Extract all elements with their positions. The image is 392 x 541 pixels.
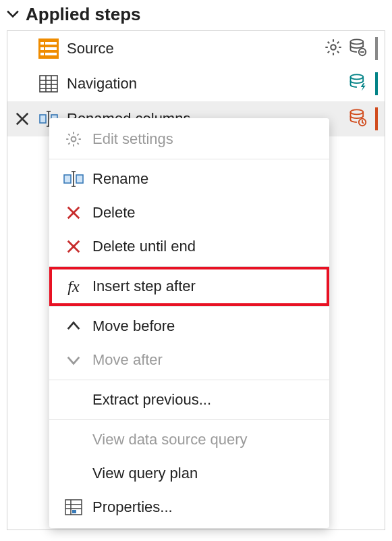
menu-item-edit-settings: Edit settings — [49, 122, 329, 156]
menu-item-insert-step-after[interactable]: fx Insert step after — [49, 269, 329, 303]
svg-rect-1 — [40, 42, 44, 45]
panel-title: Applied steps — [26, 4, 140, 25]
svg-point-17 — [351, 74, 364, 79]
menu-item-delete[interactable]: Delete — [49, 196, 329, 230]
menu-label: Extract previous... — [87, 391, 211, 409]
step-label: Source — [60, 40, 324, 57]
menu-divider — [49, 159, 329, 159]
chevron-down-icon — [7, 4, 19, 25]
menu-item-properties[interactable]: Properties... — [49, 490, 329, 524]
svg-rect-4 — [45, 47, 57, 50]
menu-label: Delete — [87, 204, 136, 222]
x-icon — [60, 239, 87, 254]
delete-step-button[interactable] — [13, 111, 32, 126]
menu-item-move-after: Move after — [49, 343, 329, 377]
menu-label: Edit settings — [87, 130, 173, 148]
svg-rect-6 — [45, 53, 57, 55]
accent-bar — [375, 107, 378, 130]
chevron-down-icon — [60, 353, 87, 367]
step-row-source[interactable]: Source — [7, 31, 385, 66]
menu-label: Move after — [87, 351, 163, 369]
menu-label: Rename — [87, 170, 148, 188]
menu-label: Move before — [87, 317, 175, 335]
menu-label: View query plan — [87, 465, 198, 482]
menu-item-extract-previous[interactable]: Extract previous... — [49, 383, 329, 417]
database-clock-icon[interactable] — [348, 108, 367, 130]
menu-item-move-before[interactable]: Move before — [49, 309, 329, 343]
svg-rect-18 — [40, 115, 46, 123]
chevron-up-icon — [60, 319, 87, 334]
accent-bar — [375, 72, 378, 95]
svg-rect-24 — [64, 175, 71, 183]
svg-point-8 — [351, 39, 364, 44]
menu-item-delete-until-end[interactable]: Delete until end — [49, 230, 329, 263]
svg-rect-11 — [40, 76, 57, 92]
properties-icon — [60, 498, 87, 517]
step-label: Navigation — [60, 75, 348, 93]
x-icon — [60, 205, 87, 220]
menu-divider — [49, 266, 329, 267]
svg-rect-5 — [40, 53, 44, 55]
svg-point-21 — [351, 109, 364, 114]
fx-icon: fx — [60, 278, 87, 296]
menu-item-rename[interactable]: Rename — [49, 162, 329, 196]
menu-divider — [49, 380, 329, 380]
accent-bar — [375, 37, 378, 60]
svg-point-7 — [331, 45, 335, 49]
rename-icon — [60, 170, 87, 188]
menu-label: Insert step after — [87, 278, 196, 295]
svg-rect-2 — [45, 42, 57, 45]
menu-label: Delete until end — [87, 238, 196, 255]
svg-rect-3 — [40, 47, 44, 50]
source-icon — [37, 38, 60, 59]
table-icon — [37, 74, 60, 94]
gear-icon[interactable] — [324, 38, 343, 60]
svg-rect-25 — [76, 175, 83, 183]
svg-rect-31 — [72, 510, 76, 513]
menu-divider — [49, 419, 329, 420]
step-row-navigation[interactable]: Navigation — [7, 66, 385, 101]
menu-divider — [49, 306, 329, 307]
database-minus-icon[interactable] — [348, 38, 367, 60]
menu-item-view-data-source-query: View data source query — [49, 423, 329, 457]
context-menu: Edit settings Rename Delete Delete until… — [49, 118, 329, 528]
svg-point-23 — [72, 137, 76, 142]
applied-steps-header[interactable]: Applied steps — [0, 0, 392, 30]
database-lightning-icon[interactable] — [348, 73, 367, 95]
menu-label: View data source query — [87, 431, 248, 448]
menu-item-view-query-plan[interactable]: View query plan — [49, 457, 329, 490]
gear-icon — [60, 130, 87, 148]
menu-label: Properties... — [87, 498, 173, 516]
